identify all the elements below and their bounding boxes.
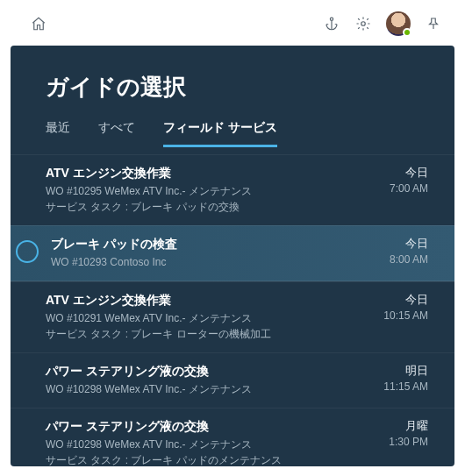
list-item-task: サービス タスク : ブレーキ ローターの機械加工: [46, 326, 373, 342]
anchor-button[interactable]: [316, 8, 347, 39]
pin-icon: [426, 16, 441, 32]
list-item-subtitle: WO #10291 WeMex ATV Inc.- メンテナンス: [46, 310, 373, 326]
list-item[interactable]: パワー ステアリング液の交換WO #10298 WeMex ATV Inc.- …: [11, 352, 454, 408]
list-item[interactable]: ATV エンジン交換作業WO #10295 WeMex ATV Inc.- メン…: [11, 154, 454, 225]
list-item-body: ブレーキ パッドの検査WO #10293 Contoso Inc: [51, 237, 379, 270]
list-item-day: 今日: [390, 166, 428, 181]
list-item[interactable]: ATV エンジン交換作業WO #10291 WeMex ATV Inc.- メン…: [11, 281, 454, 352]
avatar[interactable]: [386, 11, 411, 36]
gear-icon: [355, 16, 371, 32]
list-item-title: パワー ステアリング液の交換: [46, 364, 373, 380]
list-item-subtitle: WO #10298 WeMex ATV Inc.- メンテナンス: [46, 437, 378, 452]
list-item-day: 月曜: [389, 419, 428, 434]
tab-all[interactable]: すべて: [98, 120, 135, 147]
list-item[interactable]: ブレーキ パッドの検査WO #10293 Contoso Inc今日8:00 A…: [11, 225, 454, 281]
pin-button[interactable]: [418, 8, 449, 39]
list-item-subtitle: WO #10295 WeMex ATV Inc.- メンテナンス: [46, 183, 379, 199]
selection-ring-icon: [16, 240, 39, 263]
list-item-meta: 今日7:00 AM: [379, 166, 428, 195]
list-item-day: 今日: [390, 237, 428, 252]
presence-indicator: [403, 28, 411, 37]
list-item-task: サービス タスク : ブレーキ パッドのメンテナンス: [46, 452, 378, 466]
list-item-body: ATV エンジン交換作業WO #10291 WeMex ATV Inc.- メン…: [46, 293, 373, 342]
page-title: ガイドの選択: [11, 67, 454, 111]
list-item-meta: 今日10:15 AM: [373, 293, 428, 322]
settings-button[interactable]: [347, 8, 379, 39]
list-item-day: 明日: [383, 364, 428, 379]
list-item-day: 今日: [383, 293, 428, 308]
list-item-title: ATV エンジン交換作業: [46, 166, 379, 181]
list-item-meta: 明日11:15 AM: [373, 364, 428, 393]
guide-list: ATV エンジン交換作業WO #10295 WeMex ATV Inc.- メン…: [11, 154, 454, 466]
list-item-time: 11:15 AM: [383, 380, 428, 393]
svg-point-1: [361, 22, 366, 26]
tab-recent[interactable]: 最近: [46, 120, 70, 147]
tab-bar: 最近 すべて フィールド サービス: [11, 111, 454, 147]
tab-field-service[interactable]: フィールド サービス: [163, 120, 277, 147]
list-item-title: ATV エンジン交換作業: [46, 293, 373, 309]
list-item-time: 8:00 AM: [390, 253, 428, 266]
list-item-title: ブレーキ パッドの検査: [51, 237, 379, 252]
list-item-time: 7:00 AM: [390, 182, 428, 195]
list-item-subtitle: WO #10293 Contoso Inc: [51, 254, 379, 270]
home-icon: [31, 16, 46, 32]
list-item-title: パワー ステアリング液の交換: [46, 419, 378, 435]
svg-point-0: [330, 18, 333, 20]
list-item-subtitle: WO #10298 WeMex ATV Inc.- メンテナンス: [46, 381, 373, 397]
list-item-meta: 月曜1:30 PM: [378, 419, 428, 448]
list-item-meta: 今日8:00 AM: [379, 237, 428, 266]
list-item-time: 10:15 AM: [383, 309, 428, 322]
list-item-task: サービス タスク : ブレーキ パッドの交換: [46, 199, 379, 215]
list-item-body: ATV エンジン交換作業WO #10295 WeMex ATV Inc.- メン…: [46, 166, 379, 215]
title-bar: [5, 5, 460, 42]
anchor-icon: [324, 16, 340, 32]
list-item[interactable]: パワー ステアリング液の交換WO #10298 WeMex ATV Inc.- …: [11, 408, 454, 466]
app-window: ガイドの選択 最近 すべて フィールド サービス ATV エンジン交換作業WO …: [0, 0, 465, 476]
main-panel: ガイドの選択 最近 すべて フィールド サービス ATV エンジン交換作業WO …: [11, 46, 454, 466]
list-item-time: 1:30 PM: [389, 436, 428, 448]
list-item-body: パワー ステアリング液の交換WO #10298 WeMex ATV Inc.- …: [46, 364, 373, 397]
list-item-body: パワー ステアリング液の交換WO #10298 WeMex ATV Inc.- …: [46, 419, 378, 466]
home-button[interactable]: [23, 8, 54, 39]
